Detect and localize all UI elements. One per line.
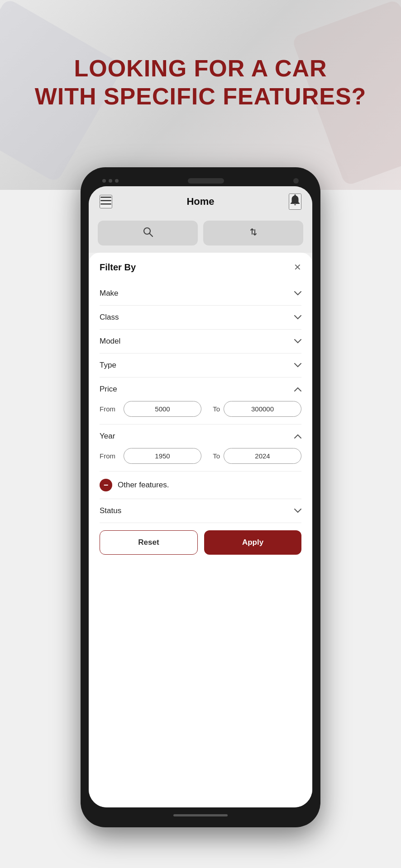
bottom-buttons: Reset Apply — [100, 523, 301, 564]
apply-button[interactable]: Apply — [204, 530, 301, 555]
filter-class-label: Class — [100, 313, 119, 322]
svg-rect-1 — [100, 200, 111, 202]
price-to-label: To — [209, 405, 220, 413]
price-to-input[interactable] — [224, 401, 301, 417]
filter-title: Filter By — [100, 262, 136, 273]
price-from-input[interactable] — [124, 401, 201, 417]
filter-panel: Filter By ✕ Make Class M — [89, 253, 312, 807]
phone-top-bar — [89, 175, 312, 186]
phone-dot-2 — [109, 179, 112, 183]
price-range-row: From To — [100, 401, 301, 417]
year-to-input[interactable] — [224, 448, 301, 464]
year-from-label: From — [100, 452, 120, 460]
phone-camera — [293, 178, 299, 184]
svg-line-4 — [149, 234, 153, 237]
filter-model-row[interactable]: Model — [100, 330, 301, 354]
sort-button[interactable] — [203, 221, 303, 245]
headline-section: LOOKING FOR A CAR WITH SPECIFIC FEATURES… — [0, 54, 401, 111]
svg-rect-0 — [100, 197, 111, 198]
phone-dot-3 — [115, 179, 119, 183]
search-button[interactable] — [98, 221, 198, 245]
filter-type-label: Type — [100, 361, 116, 370]
phone-speaker — [188, 178, 224, 184]
app-title: Home — [186, 196, 214, 208]
filter-status-row[interactable]: Status — [100, 499, 301, 523]
status-chevron-down-icon — [294, 507, 301, 515]
phone-dots — [102, 179, 119, 183]
minus-icon: − — [104, 481, 109, 489]
type-chevron-down-icon — [294, 361, 301, 369]
filter-model-label: Model — [100, 337, 120, 346]
svg-rect-2 — [100, 203, 111, 205]
filter-class-row[interactable]: Class — [100, 306, 301, 330]
headline-text: LOOKING FOR A CAR WITH SPECIFIC FEATURES… — [27, 54, 374, 111]
filter-make-row[interactable]: Make — [100, 282, 301, 306]
filter-type-row[interactable]: Type — [100, 354, 301, 377]
phone-home-indicator — [173, 814, 228, 816]
filter-price-section: Price From To — [100, 377, 301, 425]
year-chevron-up-icon — [294, 432, 301, 440]
filter-price-header[interactable]: Price — [100, 383, 301, 401]
phone-dot-1 — [102, 179, 106, 183]
year-from-input[interactable] — [124, 448, 201, 464]
hamburger-menu-button[interactable] — [100, 195, 112, 208]
make-chevron-down-icon — [294, 289, 301, 297]
other-features-row[interactable]: − Other features. — [100, 472, 301, 499]
price-chevron-up-icon — [294, 385, 301, 393]
filter-status-label: Status — [100, 506, 121, 515]
phone-screen: Home — [89, 186, 312, 807]
filter-price-label: Price — [100, 385, 117, 394]
reset-button[interactable]: Reset — [100, 530, 198, 555]
filter-close-button[interactable]: ✕ — [294, 262, 301, 273]
filter-year-header[interactable]: Year — [100, 430, 301, 448]
search-sort-area — [89, 217, 312, 253]
other-features-label: Other features. — [118, 481, 169, 490]
close-icon: ✕ — [294, 262, 301, 272]
year-range-row: From To — [100, 448, 301, 464]
minus-circle-icon: − — [100, 479, 112, 491]
app-header: Home — [89, 186, 312, 217]
class-chevron-down-icon — [294, 313, 301, 321]
filter-header: Filter By ✕ — [100, 262, 301, 273]
year-to-label: To — [209, 452, 220, 460]
filter-year-label: Year — [100, 432, 115, 441]
search-icon — [143, 227, 153, 239]
price-from-label: From — [100, 405, 120, 413]
notification-bell-button[interactable] — [289, 193, 301, 210]
filter-make-label: Make — [100, 289, 119, 298]
phone-frame: Home — [81, 167, 320, 827]
model-chevron-down-icon — [294, 337, 301, 345]
sort-icon — [248, 227, 258, 239]
filter-year-section: Year From To — [100, 425, 301, 472]
